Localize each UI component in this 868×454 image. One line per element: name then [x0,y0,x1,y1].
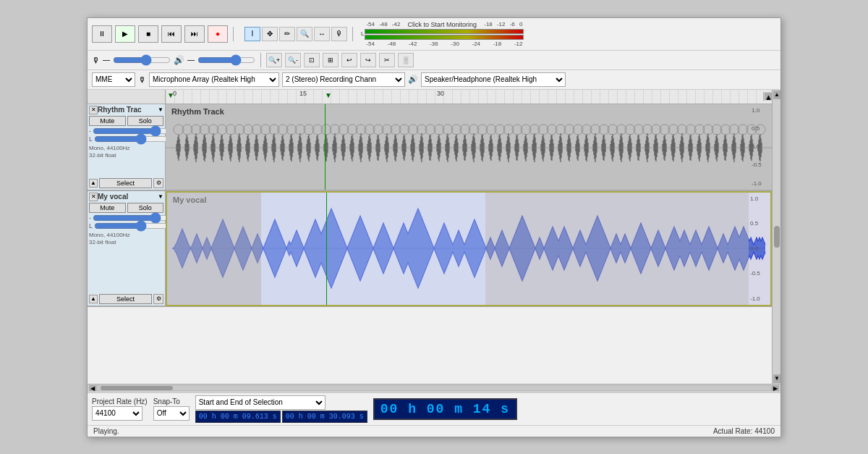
rhythm-select-button[interactable]: Select [99,178,152,188]
rhythm-bottom-row: ▲ Select ⚙ [89,178,163,188]
status-right-text: Actual Rate: 44100 [713,427,775,435]
project-rate-select[interactable]: 44100 [92,406,142,421]
zoom-sel-tool[interactable]: ⊡ [304,53,320,67]
meter-label-54: -54 [366,21,375,28]
rhythm-waveform[interactable]: 1.0 0.5 0.0 -0.5 -1.0 Rhythm Track [166,104,772,190]
hscroll-thumb[interactable] [101,386,173,390]
vocal-waveform[interactable]: 1.0 0.5 0.0 -0.5 -1.0 My vocal [166,191,772,306]
rhythm-pan-row: L R [89,135,163,143]
vocal-settings-button[interactable]: ⚙ [153,294,163,304]
vscroll-thumb[interactable] [774,226,780,248]
vocal-track-name: My vocal [98,193,158,201]
zoom-in-button[interactable]: 🔍 [297,27,312,41]
meter-label-b-42: -42 [409,41,417,47]
zoom-out-tool[interactable]: 🔍- [285,53,301,67]
vocal-select-button[interactable]: Select [99,294,152,304]
tracks-main: ▼ 0 ▼ 15 30 ▲ [88,90,780,384]
vocal-track-menu[interactable]: ▼ [158,193,163,200]
record-button[interactable]: ● [208,25,228,43]
ruler-ticks [166,90,763,104]
redo-tool[interactable]: ↪ [360,53,376,67]
toolbar-divider-3 [260,53,261,67]
skip-fwd-button[interactable]: ⏭ [184,25,205,43]
silence-tool[interactable]: ░ [398,53,414,67]
rhythm-pan-l: L [89,135,93,143]
rhythm-track-type: Mono [89,145,103,151]
pan-tool-button[interactable]: ↔ [314,27,330,41]
mic-device-select[interactable]: Microphone Array (Realtek High [149,72,279,87]
meter-bar-l [365,29,524,34]
vscroll-bar[interactable]: ▲ ▼ [772,90,780,384]
input-volume-slider[interactable] [113,55,171,65]
vocal-close-button[interactable]: ✕ [89,193,98,201]
tool-icons: I ✥ ✏ 🔍 ↔ 🎙 [244,27,347,41]
vocal-bottom-row: ▲ Select ⚙ [89,294,163,304]
channels-select[interactable]: 2 (Stereo) Recording Chann [282,72,405,87]
end-time-display[interactable]: 00 h 00 m 30.093 s [282,411,367,423]
rhythm-track-rate: 44100Hz [106,145,129,151]
mic-tool-button[interactable]: 🎙 [331,27,347,41]
trim-tool[interactable]: ✂ [379,53,395,67]
volume-dash: — [187,56,195,64]
mic-icon: 🎙 [92,56,100,64]
meter-bar-r [365,35,524,40]
selection-group: Start and End of Selection 00 h 00 m 09.… [195,395,367,423]
hscroll-track[interactable] [96,385,772,391]
multi-tool-button[interactable]: ✥ [262,27,278,41]
play-button[interactable]: ▶ [115,25,135,43]
vocal-track-info: Mono, 44100Hz 32-bit float [89,232,163,247]
vscroll-up[interactable]: ▲ [773,91,780,99]
zoom-in-tool[interactable]: 🔍+ [266,53,282,67]
vscroll-top[interactable]: ▲ [763,92,772,101]
rhythm-mute-button[interactable]: Mute [89,116,126,126]
ruler-area[interactable]: ▼ 0 ▼ 15 30 [166,90,763,104]
bottom-bar: Project Rate (Hz) 44100 Snap-To Off Star… [88,392,780,425]
project-rate-group: Project Rate (Hz) 44100 [92,398,148,421]
vocal-expand-button[interactable]: ▲ [89,295,98,303]
undo-tool[interactable]: ↩ [341,53,357,67]
toolbar-row2: 🎙 — 🔊 — 🔍+ 🔍- ⊡ ⊞ ↩ ↪ ✂ ░ [88,51,780,70]
current-time-display[interactable]: 00 h 00 m 14 s [373,398,517,420]
draw-tool-button[interactable]: ✏ [279,27,295,41]
vocal-label-top: ✕ My vocal ▼ [89,193,163,201]
meter-label-18: -18 [484,21,493,28]
rhythm-track-bits: 32-bit float [89,152,116,159]
snap-to-select[interactable]: Off [153,406,190,421]
meter-lr-label-l: L [361,30,364,37]
speaker-device-icon: 🔊 [408,75,418,84]
rhythm-solo-button[interactable]: Solo [127,116,164,126]
rhythm-expand-button[interactable]: ▲ [89,179,98,188]
speaker-device-select[interactable]: Speaker/Headphone (Realtek High [421,72,566,87]
start-time-display[interactable]: 00 h 00 m 09.613 s [195,411,281,423]
pause-button[interactable]: ⏸ [92,25,112,43]
vscroll-up-arrow[interactable]: ▲ [765,93,772,100]
vocal-mute-button[interactable]: Mute [89,203,126,213]
select-tool-button[interactable]: I [244,27,260,41]
skip-back-button[interactable]: ⏮ [161,25,182,43]
time-fields: 00 h 00 m 09.613 s 00 h 00 m 30.093 s [195,411,367,423]
meter-label-6: -6 [510,21,515,28]
host-select[interactable]: MME [92,72,135,87]
rhythm-gain-minus: - [89,127,91,135]
vocal-pan-l: L [89,222,93,230]
rhythm-track-menu[interactable]: ▼ [158,106,163,113]
meter-label-48: -48 [379,21,388,28]
vocal-solo-button[interactable]: Solo [127,203,164,213]
output-volume-slider[interactable] [197,55,255,65]
vocal-selection-mid [261,193,485,305]
selection-type-select[interactable]: Start and End of Selection [195,395,326,410]
zoom-fit-tool[interactable]: ⊞ [323,53,339,67]
project-rate-label: Project Rate (Hz) [92,398,148,405]
rhythm-close-button[interactable]: ✕ [89,106,98,114]
rhythm-settings-button[interactable]: ⚙ [153,178,163,188]
click-monitor-text[interactable]: Click to Start Monitoring [408,21,477,28]
vocal-track-row: ✕ My vocal ▼ Mute Solo - + L [88,191,772,307]
hscroll-right[interactable]: ▶ [772,385,779,391]
rhythm-mute-solo: Mute Solo [89,116,163,126]
vscroll-down[interactable]: ▼ [773,374,780,383]
mic-device-icon: 🎙 [138,75,146,84]
meter-label-b-48: -48 [388,41,396,47]
meter-label-b-24: -24 [472,41,480,47]
stop-button[interactable]: ■ [138,25,158,43]
hscroll-left[interactable]: ◀ [89,385,96,391]
